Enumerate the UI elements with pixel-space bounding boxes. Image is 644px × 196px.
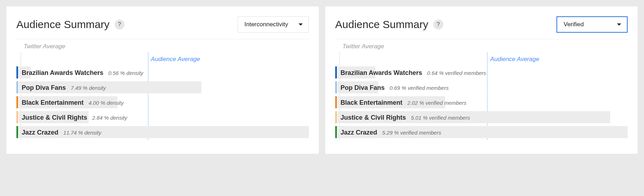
chart-row[interactable]: Jazz Crazed5.29 % verified members — [335, 125, 628, 140]
twitter-average-label: Twitter Average — [24, 43, 65, 50]
row-name: Justice & Civil Rights — [341, 114, 406, 121]
row-name: Brazilian Awards Watchers — [341, 69, 422, 77]
bar-track: Pop Diva Fans0.69 % verified members — [338, 81, 628, 93]
bar-track: Jazz Crazed11.74 % density — [19, 126, 309, 138]
bar-track: Black Entertainment4.00 % density — [19, 96, 309, 108]
panel-title: Audience Summary — [16, 18, 110, 31]
series-color-tick — [335, 111, 337, 123]
audience-summary-panel: Audience Summary?VerifiedTwitter Average… — [325, 6, 638, 154]
row-stat: 0.69 % verified members — [390, 85, 449, 91]
panel-title: Audience Summary — [335, 18, 428, 31]
chevron-down-icon — [299, 23, 303, 26]
chart-row[interactable]: Pop Diva Fans7.49 % density — [16, 80, 309, 95]
series-color-tick — [335, 126, 337, 138]
chart-row[interactable]: Justice & Civil Rights5.01 % verified me… — [335, 110, 628, 125]
chart-row[interactable]: Black Entertainment2.02 % verified membe… — [335, 95, 628, 110]
title-wrap: Audience Summary? — [16, 18, 125, 31]
audience-average-label: Audience Average — [151, 56, 200, 63]
dropdown-selected-label: Verified — [564, 21, 584, 28]
chart-area: Twitter AverageAudience AverageBrazilian… — [335, 43, 628, 140]
row-stat: 2.02 % verified members — [407, 100, 466, 106]
row-name: Pop Diva Fans — [341, 84, 385, 92]
panel-header: Audience Summary?Interconnectivity — [16, 16, 309, 39]
row-stat: 0.64 % verified members — [427, 70, 486, 76]
bar-track: Black Entertainment2.02 % verified membe… — [338, 96, 628, 108]
bar-track: Pop Diva Fans7.49 % density — [19, 81, 309, 93]
row-stat: 2.84 % density — [92, 115, 127, 121]
bar-track: Jazz Crazed5.29 % verified members — [338, 126, 628, 138]
series-color-tick — [16, 66, 18, 78]
row-text: Pop Diva Fans0.69 % verified members — [341, 81, 449, 93]
row-name: Jazz Crazed — [22, 129, 58, 136]
help-icon[interactable]: ? — [115, 20, 125, 29]
series-color-tick — [335, 96, 337, 108]
title-wrap: Audience Summary? — [335, 18, 443, 31]
row-stat: 7.49 % density — [71, 85, 106, 91]
row-text: Justice & Civil Rights5.01 % verified me… — [341, 111, 470, 123]
series-color-tick — [16, 111, 18, 123]
row-text: Black Entertainment2.02 % verified membe… — [341, 96, 466, 108]
bar-track: Justice & Civil Rights2.84 % density — [19, 111, 309, 123]
row-text: Justice & Civil Rights2.84 % density — [22, 111, 127, 123]
row-name: Pop Diva Fans — [22, 84, 66, 92]
row-stat: 11.74 % density — [63, 130, 101, 136]
series-color-tick — [335, 81, 337, 93]
chart-row[interactable]: Justice & Civil Rights2.84 % density — [16, 110, 309, 125]
panel-header: Audience Summary?Verified — [335, 16, 628, 39]
audience-average-label: Audience Average — [490, 56, 539, 63]
bar-track: Brazilian Awards Watchers0.56 % density — [19, 66, 309, 78]
row-name: Black Entertainment — [22, 99, 84, 107]
row-stat: 5.29 % verified members — [382, 130, 441, 136]
row-text: Brazilian Awards Watchers0.56 % density — [22, 66, 143, 78]
row-text: Jazz Crazed5.29 % verified members — [341, 126, 441, 138]
chart-rows: Brazilian Awards Watchers0.64 % verified… — [335, 65, 628, 140]
chevron-down-icon — [617, 23, 621, 26]
series-color-tick — [16, 126, 18, 138]
metric-dropdown[interactable]: Interconnectivity — [238, 16, 309, 33]
twitter-average-label: Twitter Average — [343, 43, 384, 50]
chart-rows: Brazilian Awards Watchers0.56 % densityP… — [16, 65, 309, 140]
bar-track: Brazilian Awards Watchers0.64 % verified… — [338, 66, 628, 78]
bar-track: Justice & Civil Rights5.01 % verified me… — [338, 111, 628, 123]
series-color-tick — [16, 96, 18, 108]
chart-area: Twitter AverageAudience AverageBrazilian… — [16, 43, 309, 140]
dropdown-selected-label: Interconnectivity — [244, 21, 288, 28]
help-icon[interactable]: ? — [433, 20, 443, 29]
row-name: Black Entertainment — [341, 99, 402, 107]
row-name: Jazz Crazed — [341, 129, 377, 136]
row-text: Black Entertainment4.00 % density — [22, 96, 123, 108]
chart-row[interactable]: Pop Diva Fans0.69 % verified members — [335, 80, 628, 95]
series-color-tick — [16, 81, 18, 93]
metric-dropdown[interactable]: Verified — [556, 16, 628, 33]
row-stat: 0.56 % density — [108, 70, 143, 76]
series-color-tick — [335, 66, 337, 78]
row-name: Brazilian Awards Watchers — [22, 69, 103, 77]
row-text: Brazilian Awards Watchers0.64 % verified… — [341, 66, 486, 78]
audience-summary-panel: Audience Summary?InterconnectivityTwitte… — [6, 6, 319, 154]
chart-row[interactable]: Brazilian Awards Watchers0.64 % verified… — [335, 65, 628, 80]
chart-row[interactable]: Jazz Crazed11.74 % density — [16, 125, 309, 140]
row-text: Jazz Crazed11.74 % density — [22, 126, 101, 138]
row-text: Pop Diva Fans7.49 % density — [22, 81, 106, 93]
chart-row[interactable]: Brazilian Awards Watchers0.56 % density — [16, 65, 309, 80]
row-stat: 5.01 % verified members — [411, 115, 470, 121]
row-name: Justice & Civil Rights — [22, 114, 87, 121]
row-stat: 4.00 % density — [89, 100, 123, 106]
chart-row[interactable]: Black Entertainment4.00 % density — [16, 95, 309, 110]
